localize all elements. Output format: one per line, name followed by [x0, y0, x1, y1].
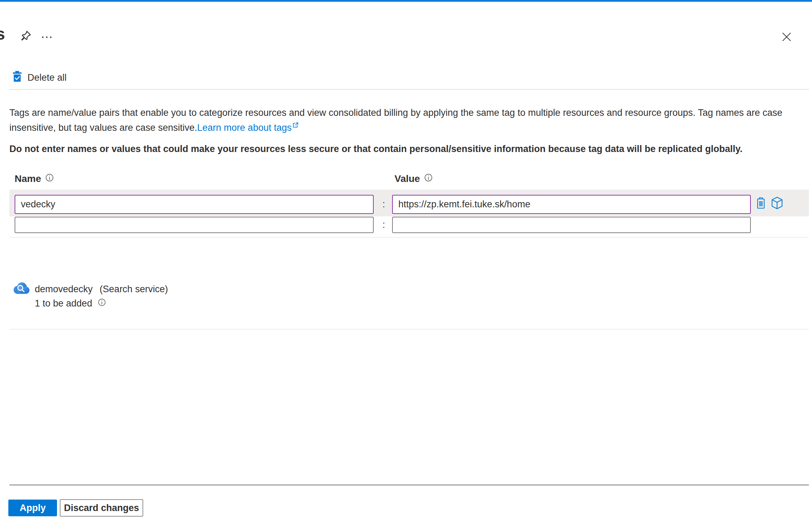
delete-all-checked-trash-icon — [13, 71, 22, 84]
pin-button[interactable] — [17, 28, 34, 45]
tags-description-text: Tags are name/value pairs that enable yo… — [9, 107, 782, 133]
close-blade-button[interactable] — [778, 29, 795, 46]
tag-value-input[interactable] — [392, 195, 751, 214]
security-warning-text: Do not enter names or values that could … — [9, 143, 806, 155]
external-link-icon — [292, 119, 299, 132]
info-icon[interactable] — [98, 298, 106, 309]
discard-changes-button[interactable]: Discard changes — [60, 499, 143, 517]
value-column-header: Value — [395, 173, 433, 184]
info-icon[interactable] — [424, 173, 433, 184]
trash-icon — [756, 197, 766, 210]
resource-section-divider — [9, 329, 809, 330]
tag-name-input[interactable] — [15, 195, 374, 214]
tag-value-input[interactable] — [392, 217, 751, 233]
resource-tag-status: 1 to be added — [35, 298, 106, 309]
delete-all-label: Delete all — [27, 72, 67, 83]
delete-all-button[interactable]: Delete all — [13, 70, 67, 86]
pin-icon — [19, 30, 32, 43]
name-header-label: Name — [15, 173, 41, 184]
tag-name-input[interactable] — [15, 217, 374, 233]
page-title: Tags — [0, 24, 5, 43]
delete-tag-button[interactable] — [753, 196, 769, 211]
info-icon[interactable] — [45, 173, 54, 184]
command-bar-divider — [9, 89, 809, 90]
affected-resource: demovedecky (Search service) — [35, 284, 168, 295]
ellipsis-icon: … — [41, 26, 54, 41]
search-service-cloud-icon — [13, 282, 30, 296]
value-header-label: Value — [395, 173, 420, 184]
tags-description: Tags are name/value pairs that enable yo… — [9, 106, 806, 134]
resource-type: (Search service) — [100, 284, 168, 295]
top-accent-bar — [0, 0, 812, 2]
close-icon — [781, 32, 792, 43]
tag-status-text: 1 to be added — [35, 298, 92, 309]
more-commands-button[interactable]: … — [39, 28, 56, 45]
tag-row: : — [9, 190, 809, 217]
name-value-separator: : — [379, 195, 389, 214]
resource-scope-button[interactable] — [769, 196, 785, 211]
cube-icon — [771, 197, 783, 210]
resource-name: demovedecky — [35, 284, 93, 295]
tag-row: : — [9, 216, 809, 237]
name-value-separator: : — [379, 217, 389, 233]
rows-divider — [9, 237, 809, 238]
apply-button[interactable]: Apply — [8, 500, 57, 516]
footer-divider — [9, 484, 809, 486]
name-column-header: Name — [15, 173, 54, 184]
learn-more-link[interactable]: Learn more about tags — [197, 122, 292, 133]
